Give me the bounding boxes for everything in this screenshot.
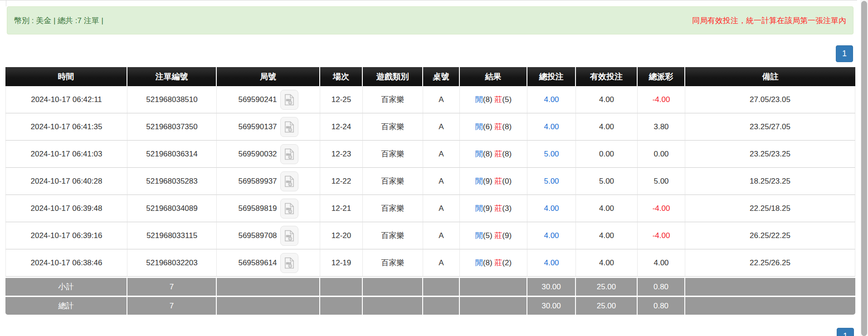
bet-id-cell: 521968035283 xyxy=(127,168,217,195)
video-replay-button[interactable] xyxy=(280,144,298,164)
total-bet-cell: 5.00 xyxy=(527,168,576,195)
subtotal-row: 小計 7 30.00 25.00 0.80 xyxy=(5,277,855,296)
banker-result-score: (8) xyxy=(502,122,512,131)
subtotal-count: 7 xyxy=(127,277,217,296)
remark-cell: 23.25/27.05 xyxy=(685,113,855,141)
round-id-cell: 569589614 xyxy=(217,249,320,277)
round-id-cell: 569590032 xyxy=(217,141,320,168)
banker-result-label: 莊 xyxy=(494,122,502,131)
time-cell: 2024-10-17 06:40:28 xyxy=(5,168,127,195)
video-replay-button[interactable] xyxy=(280,226,298,246)
round-id-text: 569589819 xyxy=(238,204,277,213)
video-replay-button[interactable] xyxy=(280,199,298,219)
valid-bet-cell: 4.00 xyxy=(576,113,638,141)
game-type-cell: 百家樂 xyxy=(363,195,423,222)
valid-bet-cell: 4.00 xyxy=(576,249,638,277)
table-no-cell: A xyxy=(423,113,460,141)
total-bet-link[interactable]: 4.00 xyxy=(544,95,559,104)
table-no-cell: A xyxy=(423,249,460,277)
video-replay-button[interactable] xyxy=(280,90,298,110)
result-cell: 閒(8) 莊(5) xyxy=(460,86,527,113)
player-result-score: (6) xyxy=(483,122,493,131)
round-id-cell: 569589819 xyxy=(217,195,320,222)
banker-result-label: 莊 xyxy=(494,177,502,185)
payout-cell: 5.00 xyxy=(638,168,685,195)
banker-result-label: 莊 xyxy=(494,95,502,104)
player-result-score: (8) xyxy=(483,95,493,104)
round-id-text: 569589708 xyxy=(238,231,277,240)
total-total-bet: 30.00 xyxy=(527,296,576,315)
player-result-label: 閒 xyxy=(475,177,483,185)
total-row: 總計 7 30.00 25.00 0.80 xyxy=(5,296,855,315)
player-result-score: (9) xyxy=(483,177,493,185)
valid-bet-cell: 5.00 xyxy=(576,168,638,195)
video-file-icon xyxy=(284,94,294,106)
result-cell: 閒(8) 莊(8) xyxy=(460,141,527,168)
valid-bet-cell: 4.00 xyxy=(576,195,638,222)
table-header-row: 時間 注單編號 局號 場次 遊戲類別 桌號 結果 總投注 有效投注 總派彩 備註 xyxy=(5,67,855,86)
video-file-icon xyxy=(284,121,294,133)
time-cell: 2024-10-17 06:39:48 xyxy=(5,195,127,222)
col-header-time: 時間 xyxy=(5,67,127,86)
table-no-cell: A xyxy=(423,141,460,168)
banker-result-score: (9) xyxy=(502,231,512,240)
col-header-round-id: 局號 xyxy=(217,67,320,86)
total-bet-link[interactable]: 5.00 xyxy=(544,177,559,185)
session-cell: 12-25 xyxy=(320,86,363,113)
table-row: 2024-10-17 06:42:11 521968038510 5695902… xyxy=(5,86,855,113)
total-bet-link[interactable]: 4.00 xyxy=(544,204,559,213)
result-cell: 閒(9) 莊(3) xyxy=(460,195,527,222)
bet-id-cell: 521968034089 xyxy=(127,195,217,222)
top-divider xyxy=(0,0,857,0)
subtotal-label: 小計 xyxy=(5,277,127,296)
bet-id-cell: 521968037350 xyxy=(127,113,217,141)
remark-cell: 22.25/18.25 xyxy=(685,195,855,222)
remark-cell: 27.05/23.05 xyxy=(685,86,855,113)
payout-cell: -4.00 xyxy=(638,195,685,222)
player-result-label: 閒 xyxy=(475,231,483,240)
game-type-cell: 百家樂 xyxy=(363,222,423,249)
pagination-page-1-bottom[interactable]: 1 xyxy=(837,328,854,336)
round-id-text: 569590137 xyxy=(238,122,277,131)
table-row: 2024-10-17 06:38:46 521968032203 5695896… xyxy=(5,249,855,277)
time-cell: 2024-10-17 06:41:35 xyxy=(5,113,127,141)
round-id-cell: 569590241 xyxy=(217,86,320,113)
col-header-game-type: 遊戲類別 xyxy=(363,67,423,86)
valid-bet-notice-text: 同局有效投注，統一計算在該局第一張注單內 xyxy=(692,15,846,26)
currency-summary-text: 幣別 : 美金 | 總共 :7 注單 | xyxy=(14,15,103,26)
vertical-scrollbar[interactable] xyxy=(860,0,868,336)
banker-result-score: (0) xyxy=(502,177,512,185)
time-cell: 2024-10-17 06:39:16 xyxy=(5,222,127,249)
scrollbar-thumb[interactable] xyxy=(861,1,867,336)
payout-cell: -4.00 xyxy=(638,86,685,113)
col-header-valid-bet: 有效投注 xyxy=(576,67,638,86)
bet-records-table: 時間 注單編號 局號 場次 遊戲類別 桌號 結果 總投注 有效投注 總派彩 備註… xyxy=(5,67,855,315)
valid-bet-cell: 4.00 xyxy=(576,86,638,113)
round-id-text: 569589614 xyxy=(238,258,277,268)
subtotal-valid-bet: 25.00 xyxy=(576,277,638,296)
table-row: 2024-10-17 06:39:16 521968033115 5695897… xyxy=(5,222,855,249)
col-header-session: 場次 xyxy=(320,67,363,86)
time-cell: 2024-10-17 06:42:11 xyxy=(5,86,127,113)
player-result-score: (8) xyxy=(483,150,493,158)
banker-result-score: (5) xyxy=(502,95,512,104)
total-bet-link[interactable]: 4.00 xyxy=(544,122,559,131)
payout-cell: 3.80 xyxy=(638,113,685,141)
total-bet-link[interactable]: 5.00 xyxy=(544,150,559,158)
banker-result-score: (2) xyxy=(502,258,512,267)
col-header-payout: 總派彩 xyxy=(638,67,685,86)
pagination-page-1-top[interactable]: 1 xyxy=(836,45,853,62)
total-bet-link[interactable]: 4.00 xyxy=(544,231,559,240)
table-row: 2024-10-17 06:41:03 521968036314 5695900… xyxy=(5,141,855,168)
game-type-cell: 百家樂 xyxy=(363,249,423,277)
total-bet-link[interactable]: 4.00 xyxy=(544,258,559,267)
bet-id-cell: 521968033115 xyxy=(127,222,217,249)
remark-cell: 22.25/26.25 xyxy=(685,249,855,277)
round-id-cell: 569589937 xyxy=(217,168,320,195)
video-replay-button[interactable] xyxy=(280,171,298,191)
video-file-icon xyxy=(284,203,294,214)
player-result-score: (8) xyxy=(483,258,493,267)
round-id-text: 569590032 xyxy=(238,150,277,159)
video-replay-button[interactable] xyxy=(280,253,298,273)
video-replay-button[interactable] xyxy=(280,117,298,137)
